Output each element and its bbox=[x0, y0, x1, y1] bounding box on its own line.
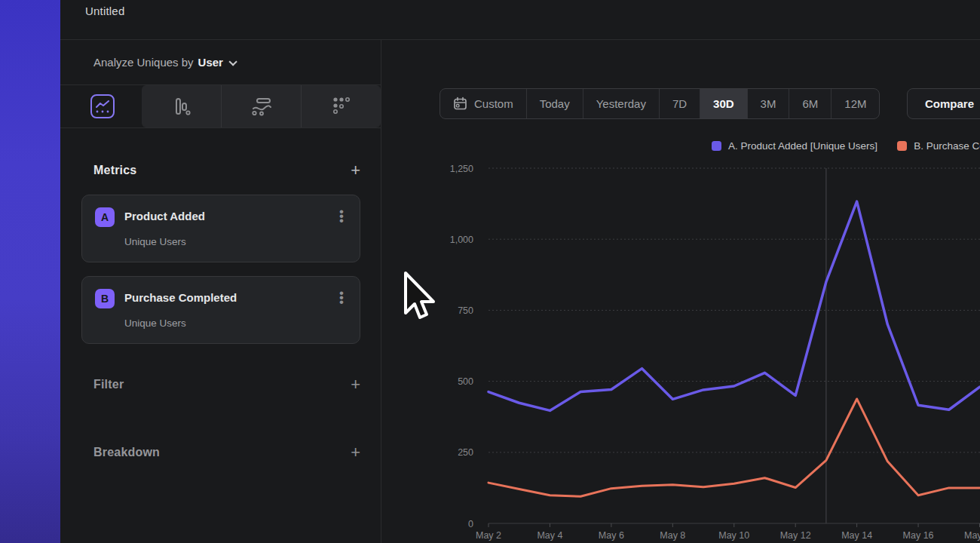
tab-flow[interactable] bbox=[221, 85, 301, 127]
legend-label: A. Product Added [Unique Users] bbox=[728, 140, 877, 152]
metric-badge-b: B bbox=[95, 289, 115, 308]
date-range-toolbar: Custom Today Yesterday 7D 30D 3M 6M 12M bbox=[439, 88, 880, 119]
metric-options-icon[interactable]: ••• bbox=[337, 290, 346, 303]
legend-label: B. Purchase Completed [Unique Users] bbox=[914, 140, 980, 152]
metrics-header-row: Metrics + bbox=[93, 163, 360, 178]
range-label: Today bbox=[540, 97, 570, 110]
range-label: 6M bbox=[802, 97, 818, 110]
svg-text:750: 750 bbox=[458, 305, 473, 316]
mouse-cursor bbox=[402, 271, 439, 327]
range-6m[interactable]: 6M bbox=[789, 89, 831, 118]
metric-card-product-added[interactable]: A Product Added Unique Users ••• bbox=[81, 195, 360, 262]
svg-text:May 10: May 10 bbox=[718, 530, 749, 541]
line-chart[interactable]: 02505007501,0001,250May 2May 4May 6May 8… bbox=[422, 158, 980, 543]
analyze-value-dropdown[interactable]: User bbox=[198, 56, 223, 69]
analyze-uniques-row: Analyze Uniques byUser bbox=[93, 56, 234, 69]
svg-text:0: 0 bbox=[468, 519, 473, 529]
tab-dot-grid[interactable] bbox=[301, 85, 381, 127]
filter-header: Filter bbox=[93, 378, 124, 391]
dot-grid-icon bbox=[332, 97, 351, 116]
svg-text:May 14: May 14 bbox=[841, 530, 872, 541]
metric-card-purchase-completed[interactable]: B Purchase Completed Unique Users ••• bbox=[81, 276, 360, 344]
range-30d-selected[interactable]: 30D bbox=[700, 89, 747, 118]
metric-badge-a: A bbox=[95, 207, 115, 227]
range-label: 7D bbox=[672, 97, 687, 110]
metrics-header: Metrics bbox=[93, 164, 136, 177]
tab-line-chart[interactable] bbox=[90, 94, 115, 118]
legend-swatch-orange bbox=[897, 141, 907, 151]
add-breakdown-button[interactable]: + bbox=[351, 445, 360, 460]
range-7d[interactable]: 7D bbox=[659, 89, 700, 118]
filter-header-row: Filter + bbox=[93, 377, 360, 392]
legend-swatch-purple bbox=[712, 141, 721, 151]
svg-text:May 8: May 8 bbox=[660, 530, 685, 541]
svg-text:May 16: May 16 bbox=[903, 530, 934, 541]
breakdown-header-row: Breakdown + bbox=[93, 445, 360, 460]
line-chart-icon-dots bbox=[96, 110, 109, 113]
svg-text:250: 250 bbox=[458, 447, 473, 458]
chart-type-tabs bbox=[142, 85, 381, 127]
svg-text:May 4: May 4 bbox=[537, 530, 562, 541]
svg-text:May 6: May 6 bbox=[599, 530, 624, 541]
metric-options-icon[interactable]: ••• bbox=[337, 208, 346, 222]
svg-text:1,000: 1,000 bbox=[450, 235, 473, 245]
topbar-divider bbox=[60, 39, 980, 40]
chart-legend: A. Product Added [Unique Users] B. Purch… bbox=[712, 140, 980, 152]
compare-button[interactable]: Compare bbox=[907, 88, 980, 119]
range-12m[interactable]: 12M bbox=[831, 89, 879, 118]
range-yesterday[interactable]: Yesterday bbox=[583, 89, 659, 118]
legend-item-a[interactable]: A. Product Added [Unique Users] bbox=[712, 140, 877, 152]
legend-item-b[interactable]: B. Purchase Completed [Unique Users] bbox=[897, 140, 980, 152]
range-3m[interactable]: 3M bbox=[747, 89, 789, 118]
range-today[interactable]: Today bbox=[526, 89, 583, 118]
chevron-down-icon[interactable] bbox=[228, 57, 237, 66]
metric-subtitle[interactable]: Unique Users bbox=[124, 236, 186, 247]
range-label: Yesterday bbox=[596, 97, 646, 110]
analyze-label: Analyze Uniques by bbox=[93, 56, 194, 69]
breakdown-header: Breakdown bbox=[93, 446, 160, 459]
report-title[interactable]: Untitled bbox=[85, 5, 124, 17]
range-label: 3M bbox=[761, 97, 776, 110]
svg-text:May 12: May 12 bbox=[780, 530, 811, 541]
metric-subtitle[interactable]: Unique Users bbox=[124, 318, 186, 329]
svg-text:1,250: 1,250 bbox=[450, 164, 473, 174]
range-label: Custom bbox=[474, 97, 513, 110]
app-window: Untitled Analyze Uniques byUser bbox=[0, 0, 980, 543]
left-gradient-strip bbox=[0, 0, 60, 543]
metric-title: Product Added bbox=[124, 210, 205, 222]
flow-icon bbox=[251, 97, 272, 116]
add-metric-button[interactable]: + bbox=[351, 163, 360, 178]
svg-text:500: 500 bbox=[458, 376, 473, 387]
sidebar-divider bbox=[381, 39, 381, 543]
range-label: 30D bbox=[713, 97, 734, 110]
range-label: 12M bbox=[844, 97, 866, 110]
bar-chart-icon bbox=[172, 97, 191, 116]
add-filter-button[interactable]: + bbox=[351, 377, 360, 392]
range-custom[interactable]: Custom bbox=[440, 89, 526, 118]
metric-title: Purchase Completed bbox=[124, 291, 237, 304]
svg-text:May 2: May 2 bbox=[476, 530, 501, 541]
calendar-icon bbox=[453, 97, 467, 111]
line-chart-icon bbox=[95, 100, 110, 109]
tabs-divider bbox=[60, 127, 381, 128]
svg-text:May 18: May 18 bbox=[964, 530, 980, 541]
tab-bar-chart[interactable] bbox=[142, 85, 221, 127]
